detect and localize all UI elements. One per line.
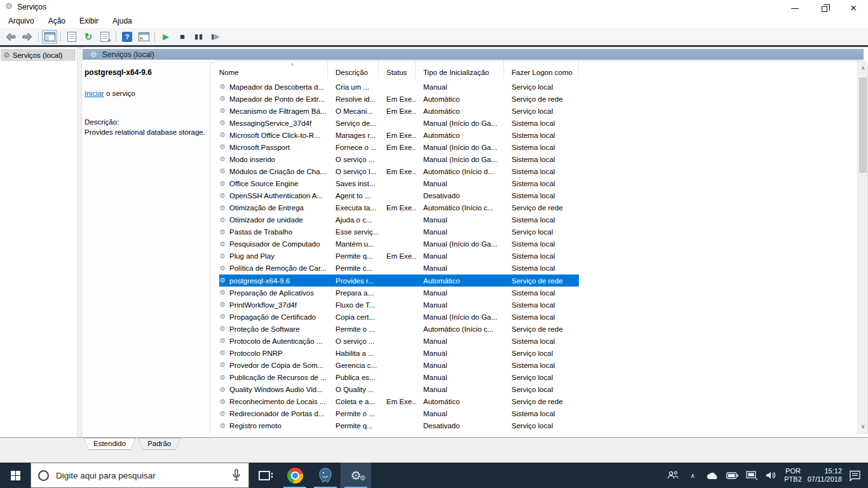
refresh-button[interactable]: ↻ (81, 30, 96, 44)
menu-ajuda[interactable]: Ajuda (105, 15, 139, 27)
network-icon[interactable] (745, 471, 759, 480)
tree-item-servicos-local[interactable]: ⚙ Serviços (local) (1, 49, 76, 61)
table-row[interactable]: ⚙Microsoft PassportFornece o ...Em Exe..… (210, 141, 858, 153)
action-center-icon[interactable] (848, 470, 862, 481)
table-row[interactable]: ⚙Roteamento e Acesso Re...Ofe...Desativa… (210, 432, 858, 434)
play-icon: ▶ (163, 32, 169, 41)
column-header-descricao[interactable]: Descrição (328, 61, 379, 79)
table-row[interactable]: ⚙Proteção de SoftwarePermite o ...Automá… (210, 323, 858, 335)
service-gear-icon: ⚙ (219, 95, 227, 103)
battery-icon[interactable] (725, 472, 739, 479)
panel-splitter[interactable] (77, 47, 82, 437)
service-name-cell: ⚙Quality Windows Audio Vid... (219, 386, 328, 394)
pause-service-button[interactable]: ▮▮ (191, 30, 207, 44)
table-row[interactable]: ⚙Preparação de AplicativosPrepara a...Ma… (210, 287, 858, 299)
table-row[interactable]: ⚙Propagação de CertificadoCopia cert...M… (210, 311, 858, 323)
service-gear-icon: ⚙ (219, 276, 227, 285)
table-row[interactable]: ⚙Mapeador da Descoberta d...Cria um ...M… (210, 81, 858, 93)
table-row[interactable]: ⚙Microsoft Office Click-to-R...Manages r… (210, 129, 858, 141)
service-name-cell: ⚙Protocolo PNRP (219, 349, 328, 357)
service-cell: Manual (416, 180, 504, 187)
table-row[interactable]: ⚙Protocolo de Autenticação ...O serviço … (210, 335, 858, 347)
table-row[interactable]: ⚙Office Source EngineSaves inst...Manual… (210, 178, 858, 190)
back-button[interactable] (3, 30, 18, 44)
scrollbar-thumb[interactable] (859, 78, 867, 173)
table-row[interactable]: ⚙Mecanismo de Filtragem Bá...O Mecani...… (210, 105, 858, 117)
service-cell: Serviço de rede (504, 204, 579, 212)
table-row[interactable]: ⚙Pesquisador de ComputadoMantém u...Manu… (210, 238, 858, 250)
service-name-cell: ⚙Modo inserido (219, 155, 328, 163)
service-name-cell: ⚙Política de Remoção de Car... (219, 264, 328, 273)
menu-exibir[interactable]: Exibir (72, 15, 105, 27)
restart-service-button[interactable]: ▮▶ (208, 30, 223, 44)
menu-arquivo[interactable]: Arquivo (1, 15, 41, 27)
tab-estendido[interactable]: Estendido (83, 438, 136, 450)
export-list-button[interactable] (97, 30, 112, 44)
language-indicator[interactable]: POR PTB2 (784, 467, 802, 484)
column-header-logon[interactable]: Fazer Logon como (504, 61, 579, 79)
column-header-status[interactable]: Status (379, 61, 416, 79)
service-cell: Manual (416, 362, 504, 369)
onedrive-icon[interactable] (705, 471, 719, 480)
table-row[interactable]: ⚙Registro remotoPermite q...DesativadoSe… (210, 420, 858, 432)
service-cell: Publica es... (328, 374, 379, 381)
help-button[interactable]: ? (119, 30, 135, 44)
start-service-link[interactable]: Iniciar (85, 90, 104, 97)
table-row[interactable]: ⚙Provedor de Cópia de Som...Gerencia c..… (210, 359, 858, 371)
taskbar-search[interactable]: Digite aqui para pesquisar (31, 463, 249, 488)
table-row[interactable]: ⚙Redirecionador de Portas d...Permite o … (210, 408, 858, 420)
table-row[interactable]: ⚙MessagingService_37d4fServiço de...Manu… (210, 117, 858, 129)
table-row[interactable]: ⚙Mapeador de Ponto de Extr...Resolve id.… (210, 93, 858, 105)
table-row[interactable]: ⚙Plug and PlayPermite q...Em Exe...Manua… (210, 250, 858, 262)
column-header-tipo[interactable]: Tipo de Inicialização (416, 61, 504, 79)
table-row[interactable]: ⚙Módulos de Criação de Cha...O serviço I… (210, 165, 858, 177)
table-row[interactable]: ⚙Publicação de Recursos de ...Publica es… (210, 372, 858, 384)
service-cell: Agent to ... (328, 192, 379, 200)
scroll-up-icon[interactable]: ∧ (858, 65, 868, 71)
forward-button[interactable] (20, 30, 35, 44)
start-service-button[interactable]: ▶ (158, 30, 173, 44)
service-name-cell: ⚙Mecanismo de Filtragem Bá... (219, 107, 328, 115)
column-header-nome[interactable]: Nome (219, 61, 328, 79)
tab-padrao[interactable]: Padrão (137, 438, 181, 450)
table-row[interactable]: ⚙postgresql-x64-9.6Provides r...Automáti… (210, 274, 858, 287)
table-row[interactable]: ⚙OpenSSH Authentication A...Agent to ...… (210, 190, 858, 202)
service-name-cell: ⚙Propagação de Certificado (219, 313, 328, 321)
service-gear-icon: ⚙ (219, 119, 227, 127)
table-row[interactable]: ⚙Otimizador de unidadeAjuda o c...Manual… (210, 214, 858, 226)
service-cell: Mantém u... (328, 240, 379, 248)
service-cell: Manual (416, 264, 504, 272)
properties-button[interactable] (64, 30, 79, 44)
table-row[interactable]: ⚙Reconhecimento de Locais ...Coleta e a.… (210, 396, 858, 408)
taskbar-app-chrome[interactable] (280, 463, 310, 488)
table-row[interactable]: ⚙Pastas de TrabalhoEsse serviç...ManualS… (210, 226, 858, 238)
service-cell: Sistema local (504, 337, 579, 345)
table-row[interactable]: ⚙Otimização de EntregaExecuta ta...Em Ex… (210, 202, 858, 214)
table-row[interactable]: ⚙Quality Windows Audio Vid...O Quality .… (210, 384, 858, 396)
task-view-button[interactable] (249, 463, 280, 488)
scroll-down-icon[interactable]: ∨ (858, 423, 868, 430)
table-row[interactable]: ⚙Protocolo PNRPHabilita a ...ManualServi… (210, 347, 858, 359)
service-cell: Esse serviç... (328, 228, 379, 236)
service-name-cell: ⚙Módulos de Criação de Cha... (219, 167, 328, 175)
table-row[interactable]: ⚙Modo inseridoO serviço ...Manual (Iníci… (210, 153, 858, 165)
show-hidden-icons-chevron[interactable]: ∧ (686, 472, 700, 479)
description-label: Descrição: (85, 118, 119, 126)
service-cell: O serviço ... (328, 337, 379, 345)
clock[interactable]: 15:12 07/11/2018 (808, 467, 842, 484)
service-cell: Em Exe... (379, 168, 416, 175)
vertical-scrollbar[interactable]: ∧ ∨ (857, 61, 867, 434)
show-console-tree-button[interactable]: ▶ (42, 30, 57, 44)
people-icon[interactable] (666, 470, 680, 480)
start-button[interactable] (0, 463, 31, 488)
taskbar-app-services[interactable]: ⚙⚙ (341, 463, 371, 488)
table-row[interactable]: ⚙PrintWorkflow_37d4fFluxo de T...ManualS… (210, 299, 858, 311)
pane-header: ⚙ Serviços (local) (83, 49, 864, 60)
volume-icon[interactable] (764, 471, 778, 480)
table-row[interactable]: ⚙Política de Remoção de Car...Permite c.… (210, 262, 858, 274)
extended-view-button[interactable]: ▶ (136, 30, 151, 44)
taskbar-app-postgresql[interactable] (310, 463, 341, 488)
stop-service-button[interactable]: ■ (175, 30, 190, 44)
menu-acao[interactable]: Ação (41, 15, 72, 27)
service-cell: Serviço de rede (504, 95, 579, 103)
